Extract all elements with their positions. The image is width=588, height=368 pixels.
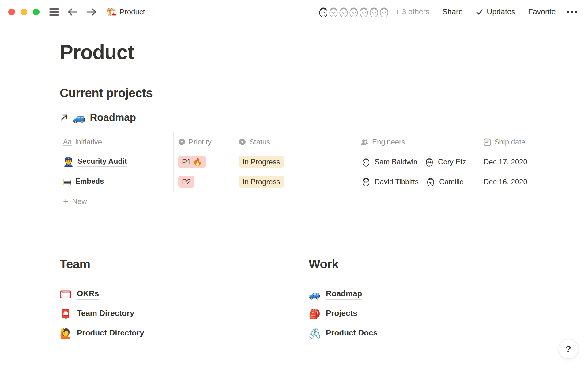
page-link-label: Roadmap: [326, 289, 362, 300]
roadmap-link-label: Roadmap: [90, 112, 136, 123]
ship-date-cell[interactable]: Dec 16, 2020: [479, 172, 588, 192]
priority-cell[interactable]: P2: [174, 172, 234, 192]
favorite-label: Favorite: [528, 7, 556, 16]
column-header-engineers[interactable]: Engineers: [356, 132, 479, 152]
window-titlebar: 🏗️ Product + 3 others Share Updates Favo…: [0, 0, 588, 24]
roadmap-page-link[interactable]: 🚙 Roadmap: [309, 288, 362, 301]
work-link-list: 🚙 Roadmap 🎒 Projects 🖇️ Product Docs: [309, 288, 530, 340]
ship-date-cell[interactable]: Dec 17, 2020: [479, 152, 588, 172]
column-header-initiative[interactable]: Aa Initiative: [58, 132, 174, 152]
column-header-ship-date[interactable]: Ship date: [479, 132, 588, 152]
page-link-label: OKRs: [77, 289, 99, 300]
check-icon: [476, 8, 484, 16]
priority-badge: P2: [178, 176, 194, 188]
engineer-chip[interactable]: Sam Baldwin: [361, 157, 417, 167]
roadmap-emoji-icon: 🚙: [73, 112, 85, 123]
car-emoji-icon: 🚙: [309, 289, 320, 299]
initiative-page-link[interactable]: Embeds: [75, 177, 104, 186]
current-projects-heading: Current projects: [60, 86, 588, 100]
table-row: 🛏 Embeds P2 In Progress David Tibbitts C…: [58, 172, 588, 192]
roadmap-table: Aa Initiative Priority Status Engineers: [58, 132, 588, 211]
ship-date-value: Dec 16, 2020: [484, 178, 527, 186]
engineer-avatar: [425, 177, 436, 187]
others-count-label[interactable]: + 3 others: [395, 7, 430, 16]
engineer-chip[interactable]: Camille: [425, 177, 464, 187]
select-property-icon: [178, 138, 185, 145]
work-divider: [309, 281, 530, 281]
page-body: Product Current projects 🚙 Roadmap Aa In…: [0, 41, 588, 340]
new-row-label: New: [72, 197, 87, 206]
raising-hand-emoji-icon: 🙋: [60, 329, 71, 338]
initiative-cell: 🛏 Embeds: [58, 172, 174, 192]
engineer-avatar: [361, 177, 371, 187]
people-property-icon: [361, 138, 369, 146]
column-header-status[interactable]: Status: [234, 132, 356, 152]
engineer-avatar: [424, 157, 435, 167]
select-property-icon: [239, 138, 246, 145]
table-header-row: Aa Initiative Priority Status Engineers: [58, 132, 588, 152]
engineers-cell[interactable]: David Tibbitts Camille: [356, 172, 479, 192]
team-divider: [60, 281, 282, 281]
arrow-up-right-icon: [60, 113, 68, 122]
status-cell[interactable]: In Progress: [234, 152, 356, 172]
goal-net-emoji-icon: 🥅: [60, 289, 71, 299]
favorite-button[interactable]: Favorite: [528, 7, 556, 16]
page-link-label: Projects: [326, 309, 357, 319]
column-label: Initiative: [75, 138, 102, 146]
table-row: 👮 Security Audit P1 🔥 In Progress Sam Ba…: [58, 152, 588, 172]
team-heading: Team: [60, 257, 282, 271]
product-docs-page-link[interactable]: 🖇️ Product Docs: [309, 327, 378, 340]
calendar-property-icon: [484, 138, 491, 146]
engineer-name: David Tibbitts: [375, 178, 419, 186]
priority-badge: P1 🔥: [178, 156, 206, 168]
help-button[interactable]: ?: [559, 339, 578, 359]
team-directory-page-link[interactable]: 📮 Team Directory: [60, 308, 134, 320]
status-badge: In Progress: [239, 156, 284, 168]
engineer-chip[interactable]: David Tibbitts: [361, 177, 419, 187]
page-emoji-icon: 🏗️: [106, 8, 117, 16]
column-header-priority[interactable]: Priority: [174, 132, 234, 152]
roadmap-collection-link[interactable]: 🚙 Roadmap: [60, 112, 136, 123]
engineers-cell[interactable]: Sam Baldwin Cory Etz: [356, 152, 479, 172]
sidebar-menu-icon[interactable]: [49, 8, 59, 16]
close-window-button[interactable]: [8, 9, 15, 15]
minimize-window-button[interactable]: [21, 9, 27, 15]
product-directory-page-link[interactable]: 🙋 Product Directory: [60, 327, 144, 340]
engineer-chip[interactable]: Cory Etz: [424, 157, 466, 167]
projects-page-link[interactable]: 🎒 Projects: [309, 308, 357, 320]
status-badge: In Progress: [239, 176, 284, 188]
avatar[interactable]: [377, 5, 391, 19]
question-mark-icon: ?: [566, 344, 571, 354]
updates-button[interactable]: Updates: [476, 7, 515, 16]
share-button[interactable]: Share: [443, 7, 463, 16]
paperclips-emoji-icon: 🖇️: [309, 329, 320, 338]
updates-label: Updates: [487, 7, 515, 16]
page-title: Product: [60, 41, 588, 64]
work-section: Work 🚙 Roadmap 🎒 Projects 🖇️ Product Doc…: [309, 257, 530, 340]
page-link-label: Team Directory: [77, 309, 134, 319]
priority-cell[interactable]: P1 🔥: [174, 152, 234, 172]
more-options-icon[interactable]: •••: [567, 7, 579, 17]
column-label: Engineers: [372, 138, 405, 146]
forward-arrow-icon[interactable]: [86, 7, 97, 17]
new-row-button[interactable]: + New: [58, 192, 588, 211]
viewer-avatar-stack[interactable]: [316, 5, 391, 19]
status-cell[interactable]: In Progress: [234, 172, 356, 192]
page-link-label: Product Docs: [326, 328, 378, 339]
breadcrumb-page-title: Product: [120, 8, 145, 16]
column-label: Ship date: [494, 138, 525, 146]
plus-icon: +: [63, 197, 69, 206]
zoom-window-button[interactable]: [33, 9, 40, 15]
team-link-list: 🥅 OKRs 📮 Team Directory 🙋 Product Direct…: [60, 288, 282, 340]
back-arrow-icon[interactable]: [67, 7, 78, 17]
share-label: Share: [443, 7, 463, 16]
column-label: Priority: [189, 138, 212, 146]
initiative-page-link[interactable]: Security Audit: [77, 157, 127, 167]
page-link-label: Product Directory: [77, 328, 144, 339]
breadcrumb[interactable]: 🏗️ Product: [106, 8, 145, 16]
okrs-page-link[interactable]: 🥅 OKRs: [60, 288, 99, 301]
backpack-emoji-icon: 🎒: [309, 309, 320, 319]
team-section: Team 🥅 OKRs 📮 Team Directory 🙋 Product D…: [60, 257, 282, 340]
engineer-name: Sam Baldwin: [375, 158, 417, 166]
bottom-sections: Team 🥅 OKRs 📮 Team Directory 🙋 Product D…: [60, 257, 588, 340]
